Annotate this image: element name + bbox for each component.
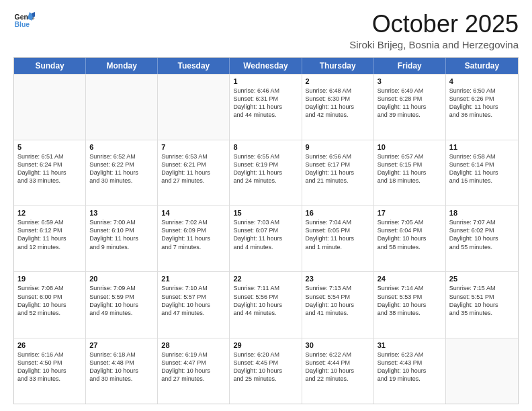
day-info: Sunrise: 6:53 AM Sunset: 6:21 PM Dayligh…: [161, 152, 226, 185]
day-number: 24: [378, 275, 442, 283]
calendar-cell: 31Sunrise: 6:23 AM Sunset: 4:43 PM Dayli…: [374, 338, 446, 404]
day-number: 26: [17, 341, 82, 349]
logo-icon: General Blue: [13, 11, 35, 30]
calendar-cell: 22Sunrise: 7:11 AM Sunset: 5:56 PM Dayli…: [230, 272, 302, 337]
day-number: 29: [233, 341, 298, 349]
header: General Blue October 2025 Siroki Brijeg,…: [13, 11, 519, 50]
svg-text:Blue: Blue: [15, 21, 30, 28]
calendar-cell: 4Sunrise: 6:50 AM Sunset: 6:26 PM Daylig…: [446, 75, 518, 140]
day-info: Sunrise: 7:02 AM Sunset: 6:09 PM Dayligh…: [161, 218, 226, 251]
logo: General Blue: [13, 11, 35, 30]
calendar-cell: 9Sunrise: 6:56 AM Sunset: 6:17 PM Daylig…: [302, 140, 374, 205]
day-number: 6: [89, 143, 154, 151]
calendar-header: SundayMondayTuesdayWednesdayThursdayFrid…: [14, 58, 518, 74]
day-info: Sunrise: 6:46 AM Sunset: 6:31 PM Dayligh…: [233, 87, 298, 120]
day-info: Sunrise: 7:10 AM Sunset: 5:57 PM Dayligh…: [161, 284, 226, 317]
day-number: 22: [233, 275, 298, 283]
calendar-row: 1Sunrise: 6:46 AM Sunset: 6:31 PM Daylig…: [14, 74, 518, 140]
calendar-row: 26Sunrise: 6:16 AM Sunset: 4:50 PM Dayli…: [14, 338, 518, 404]
calendar-cell: 25Sunrise: 7:15 AM Sunset: 5:51 PM Dayli…: [446, 272, 518, 337]
weekday-header: Monday: [86, 58, 158, 74]
day-info: Sunrise: 6:19 AM Sunset: 4:47 PM Dayligh…: [161, 351, 226, 383]
day-info: Sunrise: 7:03 AM Sunset: 6:07 PM Dayligh…: [233, 218, 298, 251]
day-number: 28: [161, 341, 226, 349]
calendar-cell: 3Sunrise: 6:49 AM Sunset: 6:28 PM Daylig…: [374, 75, 446, 140]
calendar-cell: 14Sunrise: 7:02 AM Sunset: 6:09 PM Dayli…: [158, 206, 230, 271]
calendar-cell: 13Sunrise: 7:00 AM Sunset: 6:10 PM Dayli…: [86, 206, 158, 271]
calendar-cell: 18Sunrise: 7:07 AM Sunset: 6:02 PM Dayli…: [446, 206, 518, 271]
calendar-cell: 8Sunrise: 6:55 AM Sunset: 6:19 PM Daylig…: [230, 140, 302, 205]
calendar-body: 1Sunrise: 6:46 AM Sunset: 6:31 PM Daylig…: [14, 74, 518, 404]
day-info: Sunrise: 6:18 AM Sunset: 4:48 PM Dayligh…: [89, 351, 154, 383]
day-number: 30: [306, 341, 370, 349]
day-info: Sunrise: 6:22 AM Sunset: 4:44 PM Dayligh…: [306, 351, 370, 383]
calendar-cell: [446, 338, 518, 404]
calendar-cell: 17Sunrise: 7:05 AM Sunset: 6:04 PM Dayli…: [374, 206, 446, 271]
day-info: Sunrise: 6:50 AM Sunset: 6:26 PM Dayligh…: [449, 87, 515, 120]
calendar-row: 12Sunrise: 6:59 AM Sunset: 6:12 PM Dayli…: [14, 205, 518, 271]
calendar-cell: 28Sunrise: 6:19 AM Sunset: 4:47 PM Dayli…: [158, 338, 230, 404]
day-number: 15: [233, 209, 298, 217]
day-info: Sunrise: 6:52 AM Sunset: 6:22 PM Dayligh…: [89, 152, 154, 185]
day-number: 12: [17, 209, 82, 217]
day-number: 9: [306, 143, 370, 151]
calendar-cell: 7Sunrise: 6:53 AM Sunset: 6:21 PM Daylig…: [158, 140, 230, 205]
calendar: SundayMondayTuesdayWednesdayThursdayFrid…: [13, 57, 519, 404]
calendar-cell: 29Sunrise: 6:20 AM Sunset: 4:45 PM Dayli…: [230, 338, 302, 404]
calendar-cell: 26Sunrise: 6:16 AM Sunset: 4:50 PM Dayli…: [14, 338, 86, 404]
calendar-cell: 23Sunrise: 7:13 AM Sunset: 5:54 PM Dayli…: [302, 272, 374, 337]
day-info: Sunrise: 7:15 AM Sunset: 5:51 PM Dayligh…: [449, 284, 515, 317]
day-info: Sunrise: 6:49 AM Sunset: 6:28 PM Dayligh…: [378, 87, 442, 120]
day-info: Sunrise: 6:59 AM Sunset: 6:12 PM Dayligh…: [17, 218, 82, 251]
day-info: Sunrise: 7:14 AM Sunset: 5:53 PM Dayligh…: [378, 284, 442, 317]
day-number: 11: [449, 143, 515, 151]
calendar-cell: 30Sunrise: 6:22 AM Sunset: 4:44 PM Dayli…: [302, 338, 374, 404]
weekday-header: Tuesday: [158, 58, 230, 74]
weekday-header: Wednesday: [230, 58, 302, 74]
day-info: Sunrise: 7:07 AM Sunset: 6:02 PM Dayligh…: [449, 218, 515, 251]
calendar-cell: 20Sunrise: 7:09 AM Sunset: 5:59 PM Dayli…: [86, 272, 158, 337]
calendar-cell: 2Sunrise: 6:48 AM Sunset: 6:30 PM Daylig…: [302, 75, 374, 140]
day-info: Sunrise: 6:20 AM Sunset: 4:45 PM Dayligh…: [233, 351, 298, 383]
day-number: 1: [233, 77, 298, 85]
calendar-cell: [158, 75, 230, 140]
month-title: October 2025: [349, 11, 519, 38]
day-number: 20: [89, 275, 154, 283]
calendar-cell: 15Sunrise: 7:03 AM Sunset: 6:07 PM Dayli…: [230, 206, 302, 271]
calendar-cell: 24Sunrise: 7:14 AM Sunset: 5:53 PM Dayli…: [374, 272, 446, 337]
day-info: Sunrise: 7:11 AM Sunset: 5:56 PM Dayligh…: [233, 284, 298, 317]
calendar-cell: 16Sunrise: 7:04 AM Sunset: 6:05 PM Dayli…: [302, 206, 374, 271]
calendar-cell: 6Sunrise: 6:52 AM Sunset: 6:22 PM Daylig…: [86, 140, 158, 205]
day-number: 7: [161, 143, 226, 151]
day-info: Sunrise: 6:48 AM Sunset: 6:30 PM Dayligh…: [306, 87, 370, 120]
calendar-cell: [86, 75, 158, 140]
calendar-cell: 21Sunrise: 7:10 AM Sunset: 5:57 PM Dayli…: [158, 272, 230, 337]
day-number: 8: [233, 143, 298, 151]
calendar-cell: 11Sunrise: 6:58 AM Sunset: 6:14 PM Dayli…: [446, 140, 518, 205]
weekday-header: Friday: [374, 58, 446, 74]
day-number: 16: [306, 209, 370, 217]
day-info: Sunrise: 7:08 AM Sunset: 6:00 PM Dayligh…: [17, 284, 82, 317]
weekday-header: Saturday: [446, 58, 518, 74]
day-info: Sunrise: 7:13 AM Sunset: 5:54 PM Dayligh…: [306, 284, 370, 317]
day-number: 4: [449, 77, 515, 85]
day-info: Sunrise: 6:23 AM Sunset: 4:43 PM Dayligh…: [378, 351, 442, 383]
day-info: Sunrise: 6:51 AM Sunset: 6:24 PM Dayligh…: [17, 152, 82, 185]
day-number: 21: [161, 275, 226, 283]
day-number: 3: [378, 77, 442, 85]
day-number: 10: [378, 143, 442, 151]
day-number: 19: [17, 275, 82, 283]
calendar-cell: 5Sunrise: 6:51 AM Sunset: 6:24 PM Daylig…: [14, 140, 86, 205]
day-number: 2: [306, 77, 370, 85]
page: General Blue October 2025 Siroki Brijeg,…: [0, 0, 532, 411]
day-info: Sunrise: 6:57 AM Sunset: 6:15 PM Dayligh…: [378, 152, 442, 185]
location-title: Siroki Brijeg, Bosnia and Herzegovina: [349, 39, 519, 50]
day-number: 5: [17, 143, 82, 151]
calendar-row: 5Sunrise: 6:51 AM Sunset: 6:24 PM Daylig…: [14, 140, 518, 205]
calendar-cell: 1Sunrise: 6:46 AM Sunset: 6:31 PM Daylig…: [230, 75, 302, 140]
day-info: Sunrise: 6:16 AM Sunset: 4:50 PM Dayligh…: [17, 351, 82, 383]
day-info: Sunrise: 7:00 AM Sunset: 6:10 PM Dayligh…: [89, 218, 154, 251]
day-number: 13: [89, 209, 154, 217]
day-info: Sunrise: 6:58 AM Sunset: 6:14 PM Dayligh…: [449, 152, 515, 185]
day-number: 27: [89, 341, 154, 349]
